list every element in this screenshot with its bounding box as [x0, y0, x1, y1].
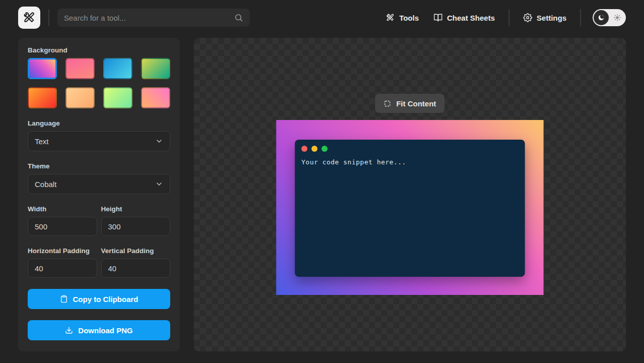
- code-window[interactable]: Your code snippet here...: [295, 140, 525, 277]
- padding-row: Horizontal Padding Vertical Padding: [28, 247, 170, 278]
- background-swatch[interactable]: [103, 87, 132, 108]
- sun-icon: [611, 14, 624, 22]
- maximize-light: [322, 146, 328, 152]
- app-root: Tools Cheat Sheets: [0, 0, 644, 363]
- gear-icon: [523, 13, 532, 22]
- background-swatch[interactable]: [65, 87, 95, 108]
- dimensions-row: Width Height: [28, 205, 170, 236]
- background-swatch[interactable]: [103, 58, 132, 79]
- height-label: Height: [101, 205, 171, 213]
- preview-canvas[interactable]: Fit Content Your code snippet here...: [194, 38, 626, 351]
- background-swatch[interactable]: [65, 58, 95, 79]
- language-field: Language Text: [28, 119, 170, 151]
- search-bar[interactable]: [57, 9, 250, 27]
- window-traffic-lights: [302, 146, 519, 152]
- background-swatch-grid: [28, 58, 170, 108]
- nav-item-label: Tools: [399, 14, 419, 22]
- crossed-tools-icon: [23, 11, 36, 24]
- fit-content-label: Fit Content: [396, 99, 436, 108]
- copy-button-label: Copy to Clipboard: [73, 295, 138, 304]
- width-label: Width: [28, 205, 97, 213]
- options-panel: Background Language Text: [18, 38, 180, 351]
- theme-field: Theme Cobalt: [28, 162, 170, 194]
- clipboard-icon: [60, 295, 68, 303]
- nav-item-label: Cheat Sheets: [447, 14, 495, 22]
- divider: [48, 9, 49, 26]
- background-swatch[interactable]: [141, 87, 170, 108]
- download-icon: [65, 326, 73, 334]
- main-area: Background Language Text: [0, 35, 644, 351]
- code-snippet-text[interactable]: Your code snippet here...: [302, 158, 519, 166]
- snippet-preview[interactable]: Your code snippet here...: [276, 120, 544, 295]
- divider: [509, 9, 510, 26]
- width-input[interactable]: [28, 217, 97, 236]
- background-label: Background: [28, 46, 170, 54]
- height-input[interactable]: [101, 217, 171, 236]
- chevron-down-icon: [155, 137, 163, 145]
- tools-icon: [386, 13, 395, 22]
- theme-label: Theme: [28, 162, 170, 170]
- language-label: Language: [28, 119, 170, 127]
- chevron-down-icon: [155, 180, 163, 188]
- search-input[interactable]: [64, 14, 230, 22]
- close-light: [302, 146, 308, 152]
- dark-mode-knob: [594, 10, 609, 25]
- vertical-padding-label: Vertical Padding: [101, 247, 171, 255]
- navbar: Tools Cheat Sheets: [0, 0, 644, 35]
- book-open-icon: [434, 13, 443, 22]
- fit-frame-icon: [384, 100, 391, 107]
- app-logo[interactable]: [18, 7, 40, 29]
- theme-select[interactable]: Cobalt: [28, 174, 170, 194]
- fit-content-button[interactable]: Fit Content: [375, 94, 445, 113]
- nav-item-cheat-sheets[interactable]: Cheat Sheets: [432, 10, 497, 25]
- background-swatch[interactable]: [28, 58, 57, 79]
- nav-item-label: Settings: [537, 14, 566, 22]
- nav-item-settings[interactable]: Settings: [521, 10, 568, 25]
- theme-toggle[interactable]: [593, 9, 626, 26]
- background-swatch[interactable]: [28, 87, 57, 108]
- divider: [580, 9, 581, 26]
- navbar-links: Tools Cheat Sheets: [384, 9, 626, 26]
- theme-value: Cobalt: [35, 180, 155, 189]
- nav-item-tools[interactable]: Tools: [384, 10, 421, 25]
- vertical-padding-input[interactable]: [101, 259, 171, 278]
- download-button-label: Download PNG: [78, 326, 132, 335]
- download-png-button[interactable]: Download PNG: [28, 320, 170, 340]
- horizontal-padding-label: Horizontal Padding: [28, 247, 97, 255]
- language-select[interactable]: Text: [28, 131, 170, 151]
- copy-to-clipboard-button[interactable]: Copy to Clipboard: [28, 289, 170, 309]
- moon-icon: [597, 14, 605, 22]
- horizontal-padding-input[interactable]: [28, 259, 97, 278]
- search-icon: [234, 13, 243, 22]
- minimize-light: [312, 146, 318, 152]
- language-value: Text: [35, 137, 155, 146]
- background-swatch[interactable]: [141, 58, 170, 79]
